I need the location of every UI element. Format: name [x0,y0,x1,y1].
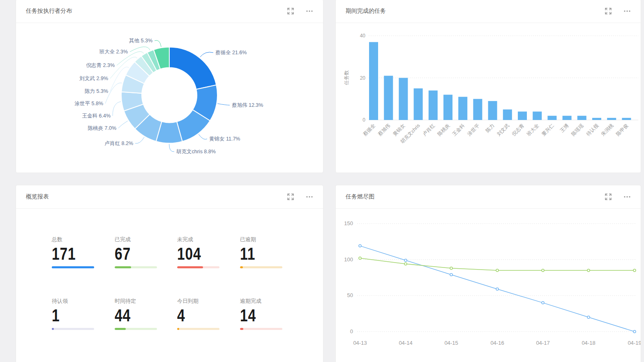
stat-cell: 已逾期11 [240,236,302,268]
stat-progress-track [52,266,94,268]
stat-progress-track [177,328,219,330]
x-axis-tick: 04-16 [490,340,504,346]
donut-svg [16,23,323,173]
donut-chart: 蔡循全 21.6%蔡旭伟 12.3%黄锦女 11.7%胡克文chris 8.8%… [16,23,323,173]
donut-label: 卢肖红 8.2% [105,140,133,147]
stat-progress-track [240,328,282,330]
bar[interactable] [533,112,542,120]
bar[interactable] [503,109,512,120]
ellipsis-icon[interactable] [306,193,313,201]
card-task-distribution: 任务按执行者分布 蔡循全 21.6%蔡旭伟 12.3%黄锦女 11.7%胡克文c… [16,0,323,173]
stat-progress-fill [52,328,54,330]
x-axis-tick: 陈桃炎 [436,122,451,137]
data-point[interactable] [542,269,544,272]
data-point[interactable] [404,259,407,261]
stat-value: 171 [52,245,76,263]
bar[interactable] [399,78,408,120]
ellipsis-icon[interactable] [623,7,631,15]
ellipsis-icon[interactable] [306,7,313,15]
stat-progress-track [115,328,157,330]
data-point[interactable] [587,269,590,272]
x-axis-tick: 04-18 [582,340,595,346]
bar[interactable] [622,118,631,120]
data-point[interactable] [633,330,636,333]
card-header: 任务按执行者分布 [16,0,323,23]
green-line [360,258,635,270]
stat-progress-track [240,266,282,268]
y-axis-label: 任务数 [344,70,349,85]
donut-leader-line [169,144,174,152]
card-overview-report: 概览报表 总数171已完成67未完成104已逾期11待认领1时间待定44今日到期… [16,185,323,362]
donut-label: 其他 5.3% [129,37,152,44]
stat-cell: 今日到期4 [177,297,239,330]
bar[interactable] [443,95,452,120]
bar[interactable] [563,116,572,120]
stat-label: 未完成 [177,236,239,243]
expand-arrows-icon[interactable] [605,7,612,15]
bar[interactable] [458,97,467,120]
donut-label: 蔡循全 21.6% [215,49,247,56]
stat-label: 待认领 [52,297,113,305]
bar[interactable] [473,99,482,120]
ellipsis-icon[interactable] [623,193,631,201]
bar[interactable] [577,116,586,120]
donut-label: 陈力 5.3% [85,88,108,95]
donut-leader-line [200,52,213,57]
bar[interactable] [488,101,497,120]
data-point[interactable] [450,267,452,270]
data-point[interactable] [633,269,636,272]
x-axis-tick: 卢肖红 [422,122,436,137]
x-axis-tick: 董兴仁 [540,122,555,137]
stat-cell: 逾期完成14 [240,297,302,330]
data-point[interactable] [542,302,544,304]
stat-value: 1 [52,307,60,325]
x-axis-tick: 04-19 [628,340,641,346]
x-axis-tick: 蔡旭伟 [377,122,391,137]
y-axis-tick: 150 [344,220,353,226]
card-header: 概览报表 [16,185,323,209]
x-axis-tick: 陈申俊 [615,122,629,137]
bar[interactable] [518,112,527,120]
bar[interactable] [429,90,438,120]
bar[interactable] [384,76,393,120]
expand-arrows-icon[interactable] [287,193,294,201]
stat-cell: 待认领1 [52,297,113,330]
donut-label: 陈桃炎 7.0% [88,125,116,132]
stat-label: 总数 [52,236,113,243]
bar[interactable] [592,118,601,120]
data-point[interactable] [496,288,499,291]
donut-slice[interactable] [169,47,216,90]
stat-value: 104 [177,245,201,263]
x-axis-tick: 待认领 [585,122,600,137]
bar[interactable] [369,42,378,120]
data-point[interactable] [587,316,590,318]
x-axis-tick: 04-17 [536,340,549,346]
data-point[interactable] [404,263,407,265]
data-point[interactable] [359,257,361,259]
donut-leader-line [113,101,121,116]
stat-value: 67 [115,245,131,263]
data-point[interactable] [496,269,499,272]
donut-label: 刘文武 2.9% [80,75,108,82]
expand-arrows-icon[interactable] [287,7,294,15]
data-point[interactable] [450,273,452,276]
overview-stats: 总数171已完成67未完成104已逾期11待认领1时间待定44今日到期4逾期完成… [16,209,323,362]
stat-progress-fill [115,328,126,330]
line-chart: 05010015004-1304-1404-1504-1604-1704-180… [336,209,641,362]
bar[interactable] [607,118,616,120]
donut-label: 黄锦女 11.7% [209,136,240,143]
x-axis-tick: 涂世平 [466,122,480,137]
donut-label: 倪志青 2.3% [86,62,115,69]
data-point[interactable] [359,244,361,247]
stat-label: 已逾期 [240,236,302,243]
stat-progress-track [115,266,157,268]
y-axis-tick: 20 [360,75,366,81]
x-axis-tick: 王金科 [451,122,466,137]
x-axis-tick: 刘文武 [496,122,510,137]
expand-arrows-icon[interactable] [605,193,612,201]
stat-cell: 总数171 [52,236,113,268]
bar[interactable] [547,116,556,120]
x-axis-tick: 蔡循全 [362,122,376,137]
bar[interactable] [414,88,423,120]
stat-label: 已完成 [115,236,176,243]
